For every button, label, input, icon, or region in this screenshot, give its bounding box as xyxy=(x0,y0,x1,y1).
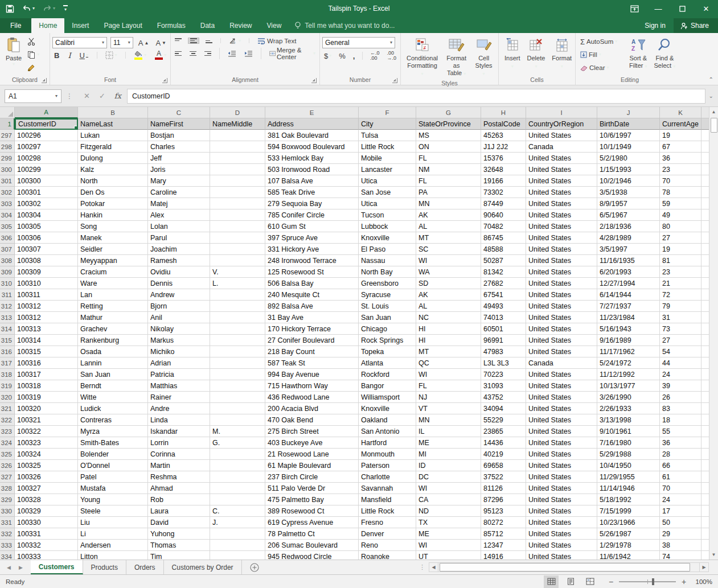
cell[interactable] xyxy=(210,130,265,141)
cell[interactable]: Berndt xyxy=(78,380,148,392)
cell[interactable]: AK xyxy=(416,289,481,301)
cell[interactable]: 79 xyxy=(660,301,701,312)
cell[interactable]: St. Louis xyxy=(359,301,416,312)
wrap-text-button[interactable]: Wrap Text xyxy=(256,38,298,44)
cell[interactable]: United States xyxy=(526,505,597,517)
cell[interactable]: Caroline xyxy=(148,187,210,198)
cell[interactable]: 74 xyxy=(660,551,701,560)
cell[interactable]: WA xyxy=(416,266,481,278)
cell[interactable]: 67 xyxy=(660,141,701,153)
cell[interactable]: 49 xyxy=(660,209,701,221)
cell[interactable]: Bangor xyxy=(359,380,416,392)
row-header-302[interactable]: 302 xyxy=(0,187,15,198)
column-header-partial[interactable] xyxy=(701,107,709,118)
cell[interactable]: North Bay xyxy=(359,266,416,278)
cell[interactable]: United States xyxy=(526,244,597,255)
cell[interactable] xyxy=(701,164,709,175)
cell[interactable] xyxy=(210,175,265,187)
cell[interactable]: NC xyxy=(416,312,481,323)
row-header-310[interactable]: 310 xyxy=(0,278,15,289)
row-header-318[interactable]: 318 xyxy=(0,369,15,380)
cell[interactable]: IL xyxy=(416,426,481,437)
cell[interactable]: Savannah xyxy=(359,483,416,494)
cell[interactable]: 47983 xyxy=(481,346,526,357)
cell[interactable]: 59 xyxy=(660,198,701,209)
cell[interactable]: ND xyxy=(416,505,481,517)
cell[interactable] xyxy=(701,289,709,301)
cell[interactable]: Yuhong xyxy=(148,528,210,540)
cell[interactable]: Anil xyxy=(148,312,210,323)
cell[interactable]: 90640 xyxy=(481,209,526,221)
cell[interactable]: 100309 xyxy=(15,266,78,278)
cell[interactable]: 100297 xyxy=(15,141,78,153)
cell[interactable]: 100317 xyxy=(15,369,78,380)
cell[interactable]: 331 Hickory Ave xyxy=(265,244,359,255)
cell[interactable]: 36 xyxy=(660,153,701,164)
header-cell-filler[interactable] xyxy=(701,118,709,130)
clipboard-dialog-launcher[interactable] xyxy=(42,78,47,83)
cell[interactable]: Michiko xyxy=(148,346,210,357)
cell[interactable]: Ware xyxy=(78,278,148,289)
formula-input[interactable]: CustomerID xyxy=(127,89,705,104)
cell[interactable]: 7/16/1980 xyxy=(597,437,660,449)
formula-bar-expand-icon[interactable]: ⌄ xyxy=(705,93,717,99)
sheet-tab-customers-by-order[interactable]: Customers by Order xyxy=(164,560,242,574)
cell[interactable]: 619 Cypress Avenue xyxy=(265,517,359,528)
top-align-button[interactable] xyxy=(173,38,183,43)
row-header-305[interactable]: 305 xyxy=(0,221,15,232)
zoom-slider[interactable] xyxy=(652,578,654,585)
cell[interactable] xyxy=(210,255,265,266)
cell[interactable]: 23 xyxy=(660,266,701,278)
cell[interactable]: 24 xyxy=(660,369,701,380)
cell[interactable]: 436 Redwood Lane xyxy=(265,392,359,403)
increase-decimal-button[interactable]: ←.0.00 xyxy=(368,51,381,61)
decrease-decimal-button[interactable]: .00→.0 xyxy=(385,51,398,61)
cell[interactable]: Andre xyxy=(148,403,210,414)
cell[interactable]: United States xyxy=(526,289,597,301)
cell[interactable]: 125 Rosewood St xyxy=(265,266,359,278)
cell[interactable]: 511 Palo Verde Dr xyxy=(265,483,359,494)
cell[interactable]: VT xyxy=(416,403,481,414)
cell[interactable] xyxy=(210,153,265,164)
cell[interactable]: 100298 xyxy=(15,153,78,164)
cell[interactable]: 100326 xyxy=(15,471,78,483)
save-icon[interactable] xyxy=(6,5,14,13)
cell[interactable]: Williamsport xyxy=(359,392,416,403)
cell[interactable]: Tim xyxy=(148,551,210,560)
cell[interactable]: Song xyxy=(78,221,148,232)
cell[interactable]: Joris xyxy=(148,164,210,175)
cell[interactable]: Dennis xyxy=(148,278,210,289)
cell[interactable]: Mathur xyxy=(78,312,148,323)
tab-page-layout[interactable]: Page Layout xyxy=(96,18,149,33)
cell[interactable]: Corinna xyxy=(148,449,210,460)
cell[interactable] xyxy=(210,198,265,209)
cell[interactable]: 37522 xyxy=(481,471,526,483)
cell[interactable]: ID xyxy=(416,460,481,471)
tab-formulas[interactable]: Formulas xyxy=(150,18,193,33)
cell[interactable]: 54 xyxy=(660,346,701,357)
cell[interactable]: Nassau xyxy=(359,255,416,266)
cell[interactable] xyxy=(701,426,709,437)
cell[interactable]: SC xyxy=(416,244,481,255)
orientation-button[interactable]: ab ▾ xyxy=(227,37,243,44)
cell[interactable]: 6/20/1993 xyxy=(597,266,660,278)
cell[interactable] xyxy=(701,232,709,244)
cell[interactable]: 218 Bay Count xyxy=(265,346,359,357)
font-size-select[interactable]: 11▾ xyxy=(110,37,133,48)
cell[interactable]: 100296 xyxy=(15,130,78,141)
cell[interactable]: Fresno xyxy=(359,517,416,528)
cell[interactable] xyxy=(210,232,265,244)
cell[interactable]: 21 Rosewood Lane xyxy=(265,449,359,460)
cell[interactable]: Matthias xyxy=(148,380,210,392)
cell[interactable]: United States xyxy=(526,403,597,414)
cell[interactable]: United States xyxy=(526,335,597,346)
cell[interactable]: San Antonio xyxy=(359,426,416,437)
page-break-view-button[interactable] xyxy=(582,575,597,588)
sheet-nav-left-icon[interactable]: ◀ xyxy=(7,565,11,570)
cell[interactable]: 100308 xyxy=(15,255,78,266)
cell[interactable]: 100325 xyxy=(15,460,78,471)
comma-style-button[interactable]: , xyxy=(351,52,357,60)
cell[interactable]: Adrian xyxy=(148,357,210,369)
vertical-scrollbar[interactable]: ▲ ▼ xyxy=(709,107,718,560)
cell[interactable]: 49493 xyxy=(481,301,526,312)
